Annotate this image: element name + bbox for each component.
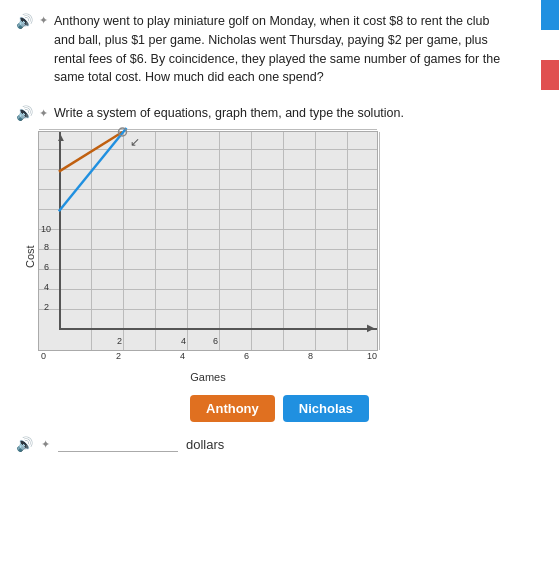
x-label-2: 2 [116, 351, 121, 361]
svg-text:↙: ↙ [130, 135, 140, 149]
graph-wrapper: 2 4 6 8 10 2 4 6 [38, 131, 378, 383]
star-icon-instruction: ✦ [39, 107, 48, 120]
problem-text: Anthony went to play miniature golf on M… [54, 12, 543, 87]
speaker-icon-instruction[interactable]: 🔊 [16, 105, 33, 121]
legend-row: Anthony Nicholas [16, 395, 543, 422]
y-axis-label: Cost [24, 157, 36, 357]
nicholas-line [59, 128, 127, 211]
instruction-row: 🔊 ✦ Write a system of equations, graph t… [16, 105, 543, 121]
answer-input[interactable] [58, 436, 178, 452]
nicholas-button[interactable]: Nicholas [283, 395, 369, 422]
speaker-icon-answer[interactable]: 🔊 [16, 436, 33, 452]
anthony-line [59, 132, 123, 172]
x-tick-labels: 2 4 6 8 10 0 [38, 351, 378, 367]
graph-canvas[interactable]: 2 4 6 8 10 2 4 6 [38, 131, 378, 351]
x-label-6: 6 [244, 351, 249, 361]
right-bar-top [541, 0, 559, 30]
graph-svg: ↙ [39, 132, 377, 350]
right-bar-mid [541, 60, 559, 90]
star-icon-answer: ✦ [41, 438, 50, 451]
x-label-10: 10 [367, 351, 377, 361]
grid-v-10 [379, 132, 380, 350]
anthony-button[interactable]: Anthony [190, 395, 275, 422]
x-axis-arrow: ▶ [367, 322, 375, 333]
x-axis-label: Games [190, 371, 225, 383]
grid-h-20 [39, 129, 377, 130]
x-label-0: 0 [41, 351, 46, 361]
y-axis-arrow: ▲ [56, 132, 66, 143]
answer-row: 🔊 ✦ dollars [16, 436, 543, 452]
graph-container: Cost [24, 131, 543, 383]
speaker-icon-problem[interactable]: 🔊 [16, 13, 33, 29]
answer-unit: dollars [186, 437, 224, 452]
x-label-4: 4 [180, 351, 185, 361]
problem-text-row: 🔊 ✦ Anthony went to play miniature golf … [16, 12, 543, 97]
x-label-8: 8 [308, 351, 313, 361]
main-container: 🔊 ✦ Anthony went to play miniature golf … [0, 0, 559, 572]
star-icon-problem: ✦ [39, 14, 48, 27]
instruction-text: Write a system of equations, graph them,… [54, 106, 404, 120]
